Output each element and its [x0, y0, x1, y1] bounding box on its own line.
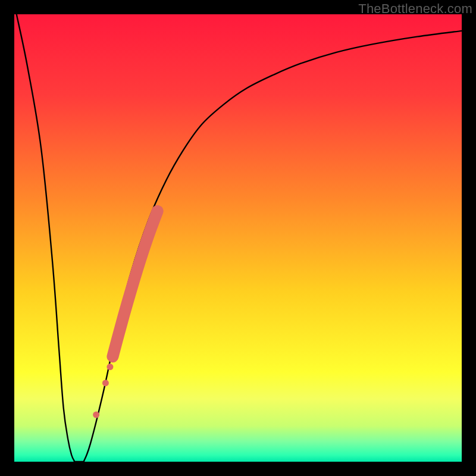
data-marker — [93, 412, 99, 418]
data-marker — [102, 380, 109, 386]
data-marker — [107, 364, 113, 370]
gradient-background — [14, 14, 462, 462]
chart-frame: TheBottleneck.com — [0, 0, 476, 476]
plot-area — [14, 14, 462, 462]
chart-svg — [14, 14, 462, 462]
